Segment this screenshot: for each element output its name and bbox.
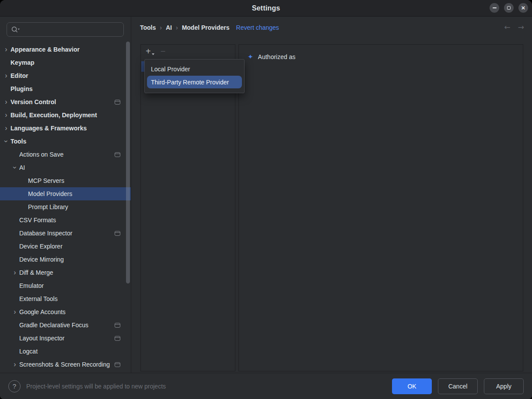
authorized-as-label: Authorized as: [258, 53, 296, 60]
project-setting-icon: [115, 231, 120, 236]
sidebar-item-logcat[interactable]: Logcat: [0, 345, 131, 358]
ok-button[interactable]: OK: [392, 378, 432, 394]
settings-window: Settings × ›Appearance & BehaviorKeymap›…: [0, 0, 532, 399]
menu-item-third-party-remote-provider[interactable]: Third-Party Remote Provider: [147, 76, 242, 88]
project-setting-icon: [115, 323, 120, 328]
history-navigation: ← →: [504, 23, 525, 32]
back-button[interactable]: ←: [504, 23, 511, 32]
search-input[interactable]: [21, 26, 123, 34]
project-setting-icon: [115, 152, 120, 157]
chevron-right-icon[interactable]: ›: [2, 112, 10, 119]
project-setting-icon: [115, 100, 120, 105]
search-box[interactable]: [7, 22, 124, 37]
sidebar-item-emulator[interactable]: Emulator: [0, 279, 131, 292]
sidebar-item-actions-on-save[interactable]: Actions on Save: [0, 148, 131, 161]
chevron-right-icon[interactable]: ›: [2, 72, 10, 79]
maximize-button[interactable]: [504, 3, 514, 13]
forward-button[interactable]: →: [518, 23, 524, 32]
settings-tree: ›Appearance & BehaviorKeymap›EditorPlugi…: [0, 43, 131, 371]
sidebar-item-label: Prompt Library: [28, 203, 120, 210]
remove-provider-button[interactable]: −: [161, 47, 166, 56]
sidebar-item-label: Logcat: [19, 348, 120, 355]
add-provider-button[interactable]: +: [146, 47, 154, 56]
sidebar-item-label: External Tools: [19, 295, 120, 302]
sidebar-item-label: Layout Inspector: [19, 335, 112, 342]
breadcrumb-separator: ›: [160, 24, 162, 31]
provider-list-panel: + −: [140, 44, 235, 371]
window-controls: ×: [490, 3, 528, 13]
cancel-button[interactable]: Cancel: [438, 378, 478, 394]
window-title: Settings: [252, 4, 280, 12]
sidebar-item-mcp-servers[interactable]: MCP Servers: [0, 174, 131, 187]
sidebar-item-ai[interactable]: ›AI: [0, 161, 131, 174]
provider-detail-panel: ✦ Authorized as: [238, 44, 523, 371]
apply-button[interactable]: Apply: [484, 378, 524, 394]
sidebar-item-version-control[interactable]: ›Version Control: [0, 95, 131, 108]
chevron-right-icon[interactable]: ›: [2, 46, 10, 53]
sidebar-item-languages-frameworks[interactable]: ›Languages & Frameworks: [0, 122, 131, 135]
sidebar-item-label: Emulator: [19, 282, 120, 289]
sidebar-item-model-providers[interactable]: Model Providers: [0, 187, 131, 200]
sidebar-item-label: Diff & Merge: [19, 269, 120, 276]
footer-hint: Project-level settings will be applied t…: [26, 383, 392, 390]
chevron-down-icon[interactable]: ›: [3, 137, 10, 146]
sidebar-item-build-execution-deployment[interactable]: ›Build, Execution, Deployment: [0, 108, 131, 122]
sidebar-item-plugins[interactable]: Plugins: [0, 82, 131, 95]
breadcrumb-separator: ›: [176, 24, 178, 31]
authorized-as-row: ✦ Authorized as: [239, 45, 523, 60]
ai-sparkle-icon: ✦: [248, 54, 253, 60]
sidebar-item-label: Gradle Declarative Focus: [19, 322, 112, 329]
settings-sidebar: ›Appearance & BehaviorKeymap›EditorPlugi…: [0, 17, 131, 373]
chevron-down-icon: [18, 29, 20, 30]
breadcrumb-item-ai[interactable]: AI: [166, 24, 172, 31]
sidebar-item-label: Appearance & Behavior: [10, 46, 120, 53]
sidebar-item-gradle-declarative-focus[interactable]: Gradle Declarative Focus: [0, 318, 131, 332]
sidebar-item-tools[interactable]: ›Tools: [0, 135, 131, 148]
menu-item-local-provider[interactable]: Local Provider: [145, 63, 244, 76]
sidebar-item-device-explorer[interactable]: Device Explorer: [0, 240, 131, 253]
chevron-right-icon[interactable]: ›: [10, 361, 19, 368]
chevron-right-icon[interactable]: ›: [2, 125, 10, 132]
revert-changes-link[interactable]: Revert changes: [236, 24, 279, 31]
sidebar-item-google-accounts[interactable]: ›Google Accounts: [0, 305, 131, 318]
breadcrumb-item-model-providers[interactable]: Model Providers: [182, 24, 230, 31]
sidebar-item-label: Database Inspector: [19, 230, 112, 237]
sidebar-item-label: Device Mirroring: [19, 256, 120, 263]
sidebar-item-label: Build, Execution, Deployment: [10, 112, 120, 119]
sidebar-item-label: Model Providers: [28, 190, 120, 197]
sidebar-item-prompt-library[interactable]: Prompt Library: [0, 200, 131, 214]
sidebar-item-editor[interactable]: ›Editor: [0, 69, 131, 82]
sidebar-item-label: Screenshots & Screen Recording: [19, 361, 112, 368]
chevron-right-icon[interactable]: ›: [10, 308, 19, 315]
dialog-buttons: OK Cancel Apply: [392, 378, 524, 394]
sidebar-item-external-tools[interactable]: External Tools: [0, 292, 131, 305]
maximize-icon: [507, 6, 511, 10]
sidebar-item-label: Tools: [10, 138, 120, 145]
sidebar-item-label: Google Accounts: [19, 308, 120, 315]
sidebar-item-label: Version Control: [10, 98, 112, 105]
chevron-down-icon[interactable]: ›: [11, 163, 18, 172]
sidebar-item-database-inspector[interactable]: Database Inspector: [0, 227, 131, 240]
chevron-right-icon[interactable]: ›: [10, 269, 19, 276]
sidebar-item-csv-formats[interactable]: CSV Formats: [0, 214, 131, 227]
minimize-icon: [493, 7, 497, 8]
sidebar-item-diff-merge[interactable]: ›Diff & Merge: [0, 266, 131, 279]
chevron-right-icon[interactable]: ›: [2, 98, 10, 105]
help-button[interactable]: ?: [8, 380, 21, 392]
sidebar-item-device-mirroring[interactable]: Device Mirroring: [0, 253, 131, 266]
minimize-button[interactable]: [490, 3, 499, 13]
close-button[interactable]: ×: [518, 3, 528, 13]
sidebar-item-label: Languages & Frameworks: [10, 125, 120, 132]
sidebar-item-screenshots-screen-recording[interactable]: ›Screenshots & Screen Recording: [0, 358, 131, 371]
sidebar-scrollbar[interactable]: [126, 42, 130, 284]
sidebar-item-label: Actions on Save: [19, 151, 112, 158]
close-icon: ×: [522, 4, 525, 11]
sidebar-item-appearance-behavior[interactable]: ›Appearance & Behavior: [0, 43, 131, 56]
sidebar-item-label: Editor: [10, 72, 120, 79]
breadcrumb-item-tools[interactable]: Tools: [140, 24, 156, 31]
help-icon: ?: [13, 382, 16, 390]
sidebar-item-label: Keymap: [10, 59, 120, 66]
sidebar-item-layout-inspector[interactable]: Layout Inspector: [0, 332, 131, 345]
add-provider-popup: Local Provider Third-Party Remote Provid…: [144, 59, 245, 93]
sidebar-item-keymap[interactable]: Keymap: [0, 56, 131, 69]
